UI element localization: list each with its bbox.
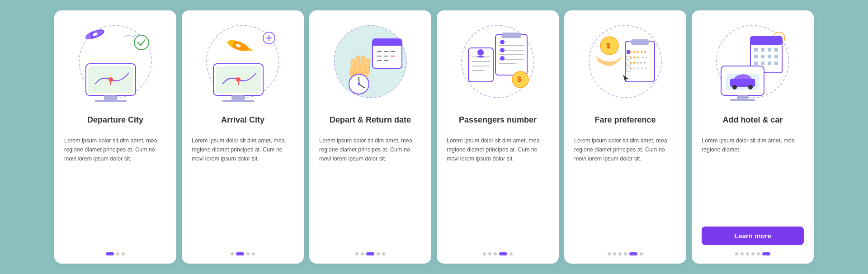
svg-rect-17	[231, 95, 245, 100]
svg-rect-97	[774, 55, 778, 58]
svg-rect-95	[761, 55, 764, 58]
card-arrival-city: Arrival City Lorem ipsum dolor sit dim a…	[182, 10, 304, 264]
dot-active	[106, 252, 114, 255]
svg-text:★★★: ★★★	[629, 55, 640, 60]
dot	[116, 252, 119, 255]
departure-city-body: Lorem ipsum dolor sit dim amet, mea regi…	[64, 136, 166, 244]
svg-rect-3	[95, 100, 127, 102]
dot	[608, 252, 611, 255]
svg-text:$: $	[517, 76, 521, 83]
svg-rect-89	[750, 37, 782, 45]
svg-text:★★★★★: ★★★★★	[629, 50, 647, 54]
svg-text:$: $	[606, 42, 610, 50]
svg-rect-41	[356, 56, 360, 73]
cards-container: Departure City Lorem ipsum dolor sit dim…	[36, 1, 832, 273]
svg-text:★★★: ★★★	[636, 61, 646, 65]
dot	[735, 252, 738, 255]
dot	[618, 252, 622, 255]
departure-city-title: Departure City	[87, 110, 143, 131]
dot	[382, 252, 385, 255]
arrival-city-body: Lorem ipsum dolor sit dim amet, mea regi…	[192, 136, 294, 244]
fare-preference-dots	[608, 252, 643, 255]
dot	[746, 252, 749, 255]
dot-active	[499, 252, 507, 255]
fare-preference-illustration: $ ★★★★★ ★★★ ★★ ★★ ★★★ ★ ★★★★	[580, 19, 670, 105]
card-passengers: $ Passengers number Lorem ipsum dolor si…	[437, 10, 559, 264]
svg-rect-71	[631, 39, 649, 45]
svg-point-58	[500, 56, 505, 61]
depart-return-title: Depart & Return date	[330, 110, 411, 131]
svg-point-56	[500, 40, 505, 44]
dot-active	[762, 252, 770, 255]
svg-rect-93	[774, 48, 778, 52]
svg-rect-104	[730, 99, 755, 101]
svg-text:★★: ★★	[641, 55, 648, 60]
svg-rect-101	[774, 61, 778, 65]
card-fare-preference: $ ★★★★★ ★★★ ★★ ★★ ★★★ ★ ★★★★	[564, 10, 686, 264]
svg-rect-43	[366, 58, 370, 73]
svg-rect-81	[627, 62, 630, 66]
dot	[231, 252, 234, 255]
dot	[624, 252, 627, 255]
add-hotel-car-title: Add hotel & car	[722, 110, 783, 131]
dot	[757, 252, 760, 255]
card-depart-return: Depart & Return date Lorem ipsum dolor s…	[309, 10, 431, 264]
dot	[246, 252, 250, 255]
svg-marker-23	[248, 47, 254, 52]
arrival-city-dots	[231, 252, 255, 255]
dot	[613, 252, 616, 255]
svg-point-57	[500, 48, 505, 52]
svg-point-66	[477, 49, 484, 56]
dot	[483, 252, 486, 255]
depart-return-dots	[355, 252, 385, 255]
svg-point-20	[236, 77, 241, 82]
arrival-city-illustration	[198, 19, 288, 105]
svg-rect-40	[351, 59, 355, 74]
dot-active	[366, 252, 374, 255]
passengers-illustration: $	[453, 19, 543, 105]
dot	[361, 252, 364, 255]
dot	[741, 252, 744, 255]
add-hotel-car-body: Lorem ipsum dolor sit dim amet, mea regi…	[702, 136, 804, 217]
svg-point-107	[732, 85, 737, 90]
dot	[377, 252, 380, 255]
dot-active	[236, 252, 244, 255]
svg-rect-96	[768, 55, 771, 58]
svg-rect-82	[627, 68, 630, 71]
dot	[252, 252, 255, 255]
svg-point-108	[748, 85, 753, 90]
dot	[122, 252, 125, 255]
arrival-city-title: Arrival City	[221, 110, 264, 131]
learn-more-button[interactable]: Learn more	[702, 227, 804, 245]
svg-point-47	[358, 83, 360, 85]
svg-rect-99	[761, 61, 764, 65]
passengers-body: Lorem ipsum dolor sit dim amet, mea regi…	[447, 136, 549, 244]
fare-preference-title: Fare preference	[594, 110, 656, 131]
svg-rect-90	[754, 48, 758, 52]
svg-rect-92	[768, 48, 771, 52]
add-hotel-car-illustration	[708, 19, 798, 105]
card-add-hotel-car: Add hotel & car Lorem ipsum dolor sit di…	[692, 10, 814, 264]
svg-rect-94	[754, 55, 758, 58]
svg-point-7	[134, 35, 149, 50]
dot	[640, 252, 643, 255]
depart-return-illustration	[325, 19, 415, 105]
passengers-title: Passengers number	[459, 110, 537, 131]
svg-rect-42	[361, 56, 365, 73]
departure-city-illustration	[70, 19, 160, 105]
svg-rect-98	[754, 61, 758, 65]
svg-rect-50	[501, 33, 521, 38]
svg-rect-2	[104, 95, 118, 100]
dot-active	[629, 252, 637, 255]
svg-rect-100	[768, 61, 771, 65]
svg-point-5	[108, 77, 113, 82]
depart-return-body: Lorem ipsum dolor sit dim amet, mea regi…	[319, 136, 421, 244]
svg-text:★★★★: ★★★★	[633, 66, 647, 71]
dot	[494, 252, 497, 255]
departure-city-dots	[106, 252, 125, 255]
add-hotel-car-dots	[735, 252, 770, 255]
svg-rect-30	[373, 42, 402, 46]
passengers-dots	[483, 252, 513, 255]
dot	[751, 252, 755, 255]
svg-rect-103	[737, 95, 748, 99]
